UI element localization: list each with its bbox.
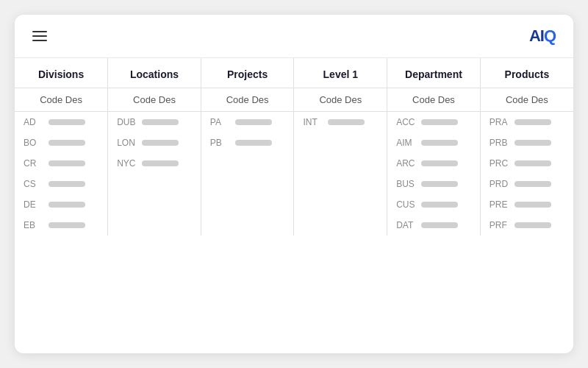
- cell-r5-c3: [294, 215, 387, 236]
- code-label: CR: [24, 158, 44, 169]
- desc-bar: [421, 181, 458, 187]
- sub-header-row: Code DesCode DesCode DesCode DesCode Des…: [15, 88, 573, 112]
- code-label: AIM: [396, 138, 417, 148]
- cell-r3-c5: PRD: [480, 174, 573, 194]
- code-label: CUS: [396, 199, 417, 210]
- desc-bar: [49, 160, 85, 166]
- sub-header-locations: Code Des: [108, 88, 201, 112]
- sub-header-divisions: Code Des: [15, 88, 108, 112]
- cell-r3-c4: BUS: [387, 174, 481, 194]
- code-label: PRC: [490, 158, 510, 169]
- code-label: DAT: [396, 220, 417, 230]
- cell-r1-c0: BO: [15, 132, 108, 153]
- cell-r3-c1: [108, 174, 201, 194]
- cell-r1-c4: AIM: [387, 132, 481, 153]
- desc-bar: [328, 119, 365, 125]
- table-wrapper: DivisionsLocationsProjectsLevel 1Departm…: [15, 58, 573, 353]
- cell-r0-c5: PRA: [480, 112, 573, 133]
- desc-bar: [421, 119, 458, 125]
- cell-r2-c3: [294, 153, 387, 174]
- desc-bar: [421, 160, 458, 166]
- col-header-projects: Projects: [201, 58, 294, 88]
- desc-bar: [514, 160, 551, 166]
- desc-bar: [514, 181, 551, 187]
- cell-r1-c2: PB: [201, 132, 294, 153]
- code-label: PRB: [490, 138, 510, 148]
- sub-header-products: Code Des: [480, 88, 573, 112]
- table-row: CRNYCARCPRC: [15, 153, 573, 174]
- code-label: PRD: [490, 179, 510, 189]
- cell-r5-c4: DAT: [387, 215, 481, 236]
- cell-r2-c1: NYC: [108, 153, 201, 174]
- table-row: CSBUSPRD: [15, 174, 573, 194]
- code-label: DUB: [117, 117, 137, 127]
- desc-bar: [514, 119, 551, 125]
- cell-r0-c0: AD: [15, 112, 108, 133]
- cell-r2-c0: CR: [15, 153, 108, 174]
- code-label: PRE: [490, 199, 510, 210]
- desc-bar: [421, 140, 458, 146]
- code-label: NYC: [117, 158, 137, 169]
- header: AIQ: [15, 15, 573, 58]
- desc-bar: [49, 140, 85, 146]
- cell-r5-c2: [201, 215, 294, 236]
- table-row: EBDATPRF: [15, 215, 573, 236]
- sub-header-projects: Code Des: [201, 88, 294, 112]
- desc-bar: [514, 222, 551, 228]
- col-header-divisions: Divisions: [15, 58, 108, 88]
- desc-bar: [514, 140, 551, 146]
- col-header-level 1: Level 1: [294, 58, 387, 88]
- desc-bar: [49, 202, 85, 208]
- code-label: ARC: [396, 158, 417, 169]
- code-label: BO: [24, 138, 44, 148]
- desc-bar: [235, 119, 272, 125]
- desc-bar: [421, 222, 458, 228]
- table-body: ADDUBPAINTACCPRABOLONPBAIMPRBCRNYCARCPRC…: [15, 112, 573, 236]
- code-label: DE: [24, 199, 44, 210]
- table-row: ADDUBPAINTACCPRA: [15, 112, 573, 133]
- cell-r3-c3: [294, 174, 387, 194]
- cell-r0-c3: INT: [294, 112, 387, 133]
- cell-r4-c5: PRE: [480, 194, 573, 215]
- cell-r0-c1: DUB: [108, 112, 201, 133]
- desc-bar: [421, 202, 458, 208]
- cell-r3-c2: [201, 174, 294, 194]
- code-label: PB: [210, 138, 231, 148]
- desc-bar: [142, 160, 179, 166]
- main-card: AIQ DivisionsLocationsProjectsLevel 1Dep…: [15, 15, 573, 353]
- desc-bar: [49, 222, 85, 228]
- cell-r4-c2: [201, 194, 294, 215]
- cell-r5-c0: EB: [15, 215, 108, 236]
- cell-r1-c3: [294, 132, 387, 153]
- cell-r4-c4: CUS: [387, 194, 481, 215]
- cell-r5-c5: PRF: [480, 215, 573, 236]
- cell-r2-c5: PRC: [480, 153, 573, 174]
- col-header-locations: Locations: [108, 58, 201, 88]
- desc-bar: [235, 140, 272, 146]
- cell-r4-c3: [294, 194, 387, 215]
- code-label: PRF: [490, 220, 510, 230]
- code-label: INT: [303, 117, 323, 127]
- menu-icon[interactable]: [32, 31, 47, 41]
- code-label: BUS: [396, 179, 417, 189]
- cell-r2-c4: ARC: [387, 153, 481, 174]
- cell-r5-c1: [108, 215, 201, 236]
- cell-r0-c2: PA: [201, 112, 294, 133]
- code-label: PA: [210, 117, 231, 127]
- cell-r4-c1: [108, 194, 201, 215]
- mapping-table: DivisionsLocationsProjectsLevel 1Departm…: [15, 58, 573, 236]
- code-label: CS: [24, 179, 44, 189]
- cell-r1-c5: PRB: [480, 132, 573, 153]
- code-label: LON: [117, 138, 137, 148]
- col-header-products: Products: [480, 58, 573, 88]
- code-label: ACC: [396, 117, 417, 127]
- aiq-logo: AIQ: [529, 26, 556, 46]
- table-row: BOLONPBAIMPRB: [15, 132, 573, 153]
- cell-r4-c0: DE: [15, 194, 108, 215]
- cell-r1-c1: LON: [108, 132, 201, 153]
- cell-r3-c0: CS: [15, 174, 108, 194]
- desc-bar: [142, 140, 179, 146]
- code-label: EB: [24, 220, 44, 230]
- column-header-row: DivisionsLocationsProjectsLevel 1Departm…: [15, 58, 573, 88]
- col-header-department: Department: [387, 58, 481, 88]
